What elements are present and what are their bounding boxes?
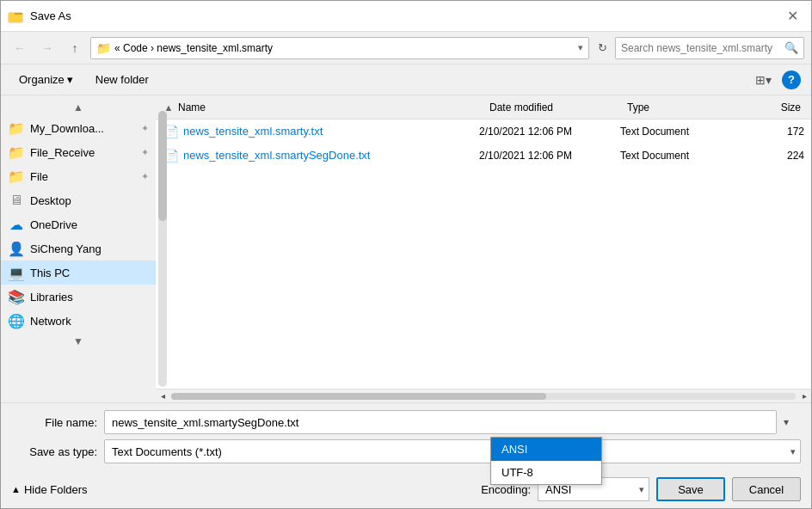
dialog-icon xyxy=(8,9,23,24)
dialog-title: Save As xyxy=(30,9,773,22)
search-input[interactable] xyxy=(621,42,781,54)
sidebar-pin-icon: ✦ xyxy=(141,147,149,158)
hide-folders-arrow: ▲ xyxy=(11,484,21,494)
address-path: « Code › news_tensite_xml.smarty xyxy=(114,42,575,54)
svg-rect-1 xyxy=(9,15,22,22)
sidebar-item-libraries[interactable]: 📚 Libraries xyxy=(1,285,156,309)
folder-icon: 📁 xyxy=(8,144,25,161)
refresh-button[interactable]: ↻ xyxy=(593,39,612,58)
save-button[interactable]: Save xyxy=(656,477,725,501)
sidebar-item-this-pc[interactable]: 💻 This PC xyxy=(1,261,156,285)
h-scrollbar[interactable] xyxy=(169,389,797,403)
sidebar-item-label: Libraries xyxy=(30,291,149,304)
folder-icon: 📁 xyxy=(8,169,25,185)
back-button[interactable]: ← xyxy=(8,36,32,60)
sidebar: ▲ 📁 My_Downloa... ✦ 📁 File_Receive ✦ 📁 F… xyxy=(1,95,156,402)
file-size: 172 xyxy=(744,126,804,138)
onedrive-icon: ☁ xyxy=(8,217,25,233)
sidebar-item-desktop[interactable]: 🖥 Desktop xyxy=(1,188,156,212)
user-icon: 👤 xyxy=(8,241,25,257)
sidebar-item-file-receive[interactable]: 📁 File_Receive ✦ xyxy=(1,140,156,164)
up-button[interactable]: ↑ xyxy=(63,36,87,60)
cancel-button[interactable]: Cancel xyxy=(732,477,801,501)
file-type: Text Document xyxy=(620,150,741,162)
address-folder-icon: 📁 xyxy=(96,41,111,55)
view-button[interactable]: ⊞ ▾ xyxy=(751,69,775,91)
bottom-panel: File name: ▾ Save as type: Text Document… xyxy=(1,402,811,470)
organize-bar: Organize ▾ New folder ⊞ ▾ ? xyxy=(1,64,811,95)
file-list-footer: ◂ ▸ xyxy=(156,389,811,402)
hide-folders-label: Hide Folders xyxy=(24,483,88,496)
hide-folders-button[interactable]: ▲ Hide Folders xyxy=(11,483,88,496)
table-row[interactable]: 📄 news_tensite_xml.smartySegDone.txt 2/1… xyxy=(156,144,811,168)
filename-input[interactable] xyxy=(104,410,777,434)
search-icon: 🔍 xyxy=(784,41,798,54)
filename-row: File name: ▾ xyxy=(11,410,801,434)
dropdown-item-utf8[interactable]: UTF-8 xyxy=(491,461,601,484)
sidebar-item-label: SiCheng Yang xyxy=(30,242,149,255)
sidebar-item-my-downloads[interactable]: 📁 My_Downloa... ✦ xyxy=(1,116,156,140)
network-icon: 🌐 xyxy=(8,313,25,329)
help-button[interactable]: ? xyxy=(782,71,801,89)
sidebar-item-network[interactable]: 🌐 Network xyxy=(1,309,156,333)
sidebar-pin-icon: ✦ xyxy=(141,123,149,134)
libraries-icon: 📚 xyxy=(8,289,25,305)
sidebar-item-label: Desktop xyxy=(30,194,149,207)
close-button[interactable]: ✕ xyxy=(780,4,804,28)
action-row: ▲ Hide Folders Encoding: ANSI UTF-8 UTF-… xyxy=(1,470,811,508)
column-header-type[interactable]: Type xyxy=(624,101,744,113)
scroll-track xyxy=(158,111,167,387)
new-folder-button[interactable]: New folder xyxy=(88,69,157,91)
sidebar-item-label: My_Downloa... xyxy=(30,122,136,135)
h-scrollbar-track xyxy=(171,393,796,400)
folder-icon: 📁 xyxy=(8,120,25,137)
desktop-icon: 🖥 xyxy=(8,193,25,208)
address-bar[interactable]: 📁 « Code › news_tensite_xml.smarty ▾ xyxy=(90,37,589,59)
column-header-name[interactable]: Name xyxy=(175,101,486,113)
file-type: Text Document xyxy=(620,126,741,138)
sidebar-scroll-up[interactable]: ▲ xyxy=(1,99,156,116)
file-area: ▲ Name Date modified Type Size 📄 news_te… xyxy=(156,95,811,402)
forward-button[interactable]: → xyxy=(35,36,59,60)
file-size: 224 xyxy=(744,150,804,162)
sidebar-pin-icon: ✦ xyxy=(141,171,149,182)
column-header-size[interactable]: Size xyxy=(744,101,804,113)
svg-rect-2 xyxy=(9,13,15,15)
filename-dropdown-arrow[interactable]: ▾ xyxy=(784,416,801,428)
sidebar-item-onedrive[interactable]: ☁ OneDrive xyxy=(1,212,156,236)
filename-label: File name: xyxy=(11,416,97,429)
h-scrollbar-thumb xyxy=(171,393,546,400)
sidebar-scrollbar[interactable]: ▲ ▼ xyxy=(156,95,168,402)
title-bar: Save As ✕ xyxy=(1,1,811,32)
sidebar-scroll-down[interactable]: ▼ xyxy=(1,333,156,350)
sidebar-item-label: Network xyxy=(30,315,149,328)
savetype-select-wrapper: Text Documents (*.txt) All Files (*.*) ▾ xyxy=(104,439,801,463)
table-row[interactable]: 📄 news_tensite_xml.smarty.txt 2/10/2021 … xyxy=(156,120,811,144)
file-list-body: 📄 news_tensite_xml.smarty.txt 2/10/2021 … xyxy=(156,120,811,389)
column-header-date[interactable]: Date modified xyxy=(486,101,624,113)
sidebar-item-label: OneDrive xyxy=(30,218,149,231)
sidebar-item-label: File xyxy=(30,170,136,183)
sidebar-item-label: File_Receive xyxy=(30,146,136,159)
search-bar[interactable]: 🔍 xyxy=(615,37,804,59)
savetype-label: Save as type: xyxy=(11,445,97,458)
sidebar-item-file[interactable]: 📁 File ✦ xyxy=(1,164,156,188)
h-scroll-left[interactable]: ◂ xyxy=(156,389,169,403)
sidebar-item-sicheng[interactable]: 👤 SiCheng Yang xyxy=(1,236,156,261)
savetype-select[interactable]: Text Documents (*.txt) All Files (*.*) xyxy=(104,439,801,463)
file-name: news_tensite_xml.smarty.txt xyxy=(183,125,476,138)
organize-button[interactable]: Organize ▾ xyxy=(11,69,81,91)
file-date: 2/10/2021 12:06 PM xyxy=(479,126,617,138)
h-scroll-right[interactable]: ▸ xyxy=(797,389,811,403)
scroll-thumb xyxy=(158,111,167,221)
file-date: 2/10/2021 12:06 PM xyxy=(479,150,617,162)
savetype-row: Save as type: Text Documents (*.txt) All… xyxy=(11,439,801,463)
column-headers: ▲ Name Date modified Type Size xyxy=(156,95,811,120)
navigation-toolbar: ← → ↑ 📁 « Code › news_tensite_xml.smarty… xyxy=(1,32,811,64)
sidebar-item-label: This PC xyxy=(30,267,149,279)
encoding-dropdown: ANSI UTF-8 xyxy=(490,437,602,485)
computer-icon: 💻 xyxy=(8,265,25,281)
address-chevron[interactable]: ▾ xyxy=(578,42,583,53)
file-name: news_tensite_xml.smartySegDone.txt xyxy=(183,149,476,162)
dropdown-item-ansi[interactable]: ANSI xyxy=(491,438,601,461)
